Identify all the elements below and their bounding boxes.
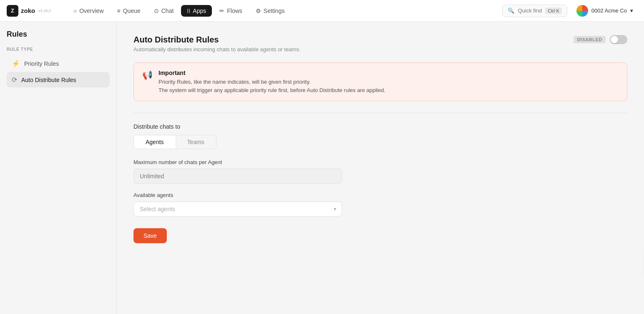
info-title: Important (158, 70, 385, 76)
max-chats-label: Maximum number of chats per Agent (133, 159, 627, 165)
tab-teams[interactable]: Teams (176, 135, 216, 149)
available-agents-label: Available agents (133, 192, 627, 198)
apps-icon: ⁞⁞ (187, 7, 190, 14)
sidebar-item-label-auto: Auto Distribute Rules (21, 77, 76, 83)
nav-item-chat[interactable]: ⊙ Chat (148, 5, 180, 17)
workspace-avatar (576, 5, 588, 17)
keyboard-shortcut: Ctrl K (545, 7, 561, 14)
priority-rules-icon: ⚡ (12, 60, 20, 67)
quick-find-label: Quick find (518, 7, 542, 14)
chat-icon: ⊙ (154, 7, 159, 14)
page-header: Auto Distribute Rules Automatically dist… (133, 35, 627, 52)
info-content: Important Priority Rules, like the name … (158, 70, 385, 94)
k-key: K (556, 8, 559, 13)
chevron-down-icon: ▾ (630, 7, 633, 14)
toggle-knob (611, 36, 618, 43)
nav-item-flows[interactable]: ✏ Flows (214, 5, 248, 17)
info-line2: The system will trigger any applicable p… (158, 86, 385, 95)
info-banner: 📢 Important Priority Rules, like the nam… (133, 62, 627, 101)
sidebar-item-priority-rules[interactable]: ⚡ Priority Rules (7, 56, 110, 71)
search-icon: 🔍 (508, 7, 514, 14)
distribute-tab-group: Agents Teams (133, 135, 216, 149)
distribute-label: Distribute chats to (133, 123, 627, 130)
nav-item-settings[interactable]: ⚙ Settings (250, 5, 291, 17)
nav-item-queue[interactable]: ≡ Queue (111, 5, 146, 17)
overview-icon: ○ (73, 7, 77, 14)
agents-select[interactable]: Select agents (133, 202, 342, 217)
save-button[interactable]: Save (133, 228, 167, 243)
nav-label-queue: Queue (123, 7, 141, 14)
settings-icon: ⚙ (256, 7, 261, 14)
top-navigation: Z zoko v3.28.0 ○ Overview ≡ Queue ⊙ Chat… (0, 0, 644, 22)
nav-label-settings: Settings (264, 7, 285, 14)
section-divider (133, 113, 627, 113)
main-layout: Rules RULE TYPE ⚡ Priority Rules ⟳ Auto … (0, 22, 644, 314)
logo-icon: Z (7, 5, 18, 17)
workspace-name: 0002 Acme Co (591, 7, 627, 14)
auto-distribute-icon: ⟳ (12, 76, 17, 84)
info-line1: Priority Rules, like the name indicates,… (158, 78, 385, 86)
max-chats-input[interactable] (133, 169, 342, 184)
enable-toggle[interactable] (610, 35, 627, 44)
queue-icon: ≡ (117, 7, 121, 14)
available-agents-section: Available agents Select agents ▾ (133, 192, 627, 217)
nav-label-flows: Flows (227, 7, 242, 14)
sidebar-item-auto-distribute[interactable]: ⟳ Auto Distribute Rules (7, 72, 110, 87)
max-chats-section: Maximum number of chats per Agent (133, 159, 627, 184)
workspace-selector[interactable]: 0002 Acme Co ▾ (572, 3, 637, 18)
disabled-badge: DISABLED (574, 36, 606, 43)
nav-right: 🔍 Quick find Ctrl K 0002 Acme Co ▾ (502, 3, 637, 18)
quick-find-button[interactable]: 🔍 Quick find Ctrl K (502, 5, 567, 17)
flows-icon: ✏ (219, 7, 224, 14)
ctrl-key: Ctrl (548, 8, 555, 13)
logo-area[interactable]: Z zoko v3.28.0 (7, 5, 51, 17)
tab-agents[interactable]: Agents (134, 135, 176, 149)
nav-label-chat: Chat (161, 7, 174, 14)
sidebar: Rules RULE TYPE ⚡ Priority Rules ⟳ Auto … (0, 22, 117, 314)
logo-text: zoko (21, 7, 35, 14)
nav-item-overview[interactable]: ○ Overview (68, 5, 110, 17)
agents-select-wrapper: Select agents ▾ (133, 202, 342, 217)
nav-item-apps[interactable]: ⁞⁞ Apps (181, 5, 212, 17)
logo-version: v3.28.0 (38, 9, 51, 13)
page-subtitle: Automatically distributes incoming chats… (133, 46, 300, 52)
page-header-text: Auto Distribute Rules Automatically dist… (133, 35, 300, 52)
page-title: Auto Distribute Rules (133, 35, 300, 45)
sidebar-item-label-priority: Priority Rules (24, 60, 59, 67)
nav-links: ○ Overview ≡ Queue ⊙ Chat ⁞⁞ Apps ✏ Flow… (68, 5, 503, 17)
megaphone-icon: 📢 (142, 70, 153, 80)
nav-label-apps: Apps (193, 7, 206, 14)
toggle-area: DISABLED (574, 35, 627, 44)
distribute-section: Distribute chats to Agents Teams (133, 123, 627, 149)
main-content: Auto Distribute Rules Automatically dist… (117, 22, 644, 314)
sidebar-title: Rules (7, 30, 110, 39)
nav-label-overview: Overview (79, 7, 103, 14)
rule-type-label: RULE TYPE (7, 47, 110, 52)
